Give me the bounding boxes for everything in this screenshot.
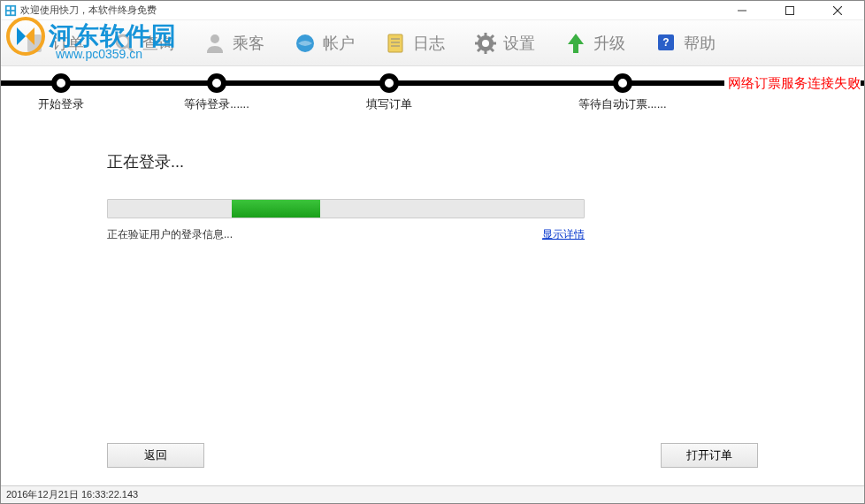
show-details-link[interactable]: 显示详情: [542, 227, 585, 242]
toolbar-label: 帮助: [684, 33, 716, 54]
toolbar-label: 升级: [593, 33, 625, 54]
progress-fill: [232, 200, 320, 218]
main-content: 正在登录... 正在验证用户的登录信息... 显示详情: [1, 116, 864, 242]
step-label-2: 等待登录......: [184, 96, 249, 112]
close-button[interactable]: [822, 3, 854, 19]
progress-steps: 开始登录 等待登录...... 填写订单 等待自动订票...... 网络订票服务…: [1, 73, 864, 116]
svg-line-22: [478, 35, 480, 38]
statusbar-timestamp: 2016年12月21日 16:33:22.143: [6, 488, 138, 501]
minimize-button[interactable]: [726, 3, 758, 19]
toolbar-label: 设置: [503, 33, 535, 54]
login-progress-bar: [107, 199, 585, 218]
svg-text:?: ?: [662, 36, 669, 49]
statusbar: 2016年12月21日 16:33:22.143: [1, 485, 864, 503]
toolbar-label: 乘客: [233, 33, 264, 54]
window-title: 欢迎使用快刀，本软件终身免费: [20, 4, 726, 17]
step-label-3: 填写订单: [366, 96, 412, 112]
person-icon: [203, 31, 227, 56]
ie-icon: [293, 31, 318, 56]
toolbar-search[interactable]: 查询: [100, 26, 187, 61]
svg-point-17: [482, 40, 489, 47]
toolbar-label: 帐户: [323, 33, 355, 54]
svg-line-9: [127, 46, 133, 51]
orders-icon: [22, 31, 47, 56]
toolbar-settings[interactable]: 设置: [461, 26, 547, 61]
step-node-4: [613, 73, 632, 93]
step-node-3: [379, 73, 399, 93]
back-button[interactable]: 返回: [107, 443, 204, 468]
search-icon: [112, 31, 137, 56]
svg-rect-4: [786, 6, 794, 14]
svg-line-25: [478, 49, 480, 51]
window-controls: [726, 3, 861, 19]
toolbar-help[interactable]: ? 帮助: [641, 26, 728, 61]
gear-icon: [473, 31, 498, 56]
bottom-buttons: 返回 打开订单: [1, 443, 864, 468]
toolbar-orders[interactable]: 订单: [10, 26, 96, 61]
toolbar-logs[interactable]: 日志: [371, 26, 457, 61]
login-title: 正在登录...: [107, 151, 758, 172]
toolbar-upgrade[interactable]: 升级: [551, 26, 638, 61]
log-icon: [383, 31, 408, 56]
app-icon: [4, 4, 17, 17]
step-node-2: [207, 73, 226, 93]
toolbar-label: 订单: [52, 33, 84, 54]
step-label-4: 等待自动订票......: [578, 96, 667, 112]
svg-line-23: [491, 49, 494, 51]
verify-status-text: 正在验证用户的登录信息...: [107, 227, 233, 242]
svg-rect-12: [388, 34, 402, 52]
toolbar-account[interactable]: 帐户: [280, 26, 367, 61]
open-order-button[interactable]: 打开订单: [661, 443, 758, 468]
svg-line-24: [491, 35, 494, 38]
step-label-1: 开始登录: [38, 96, 84, 112]
svg-point-10: [211, 34, 219, 43]
toolbar-passengers[interactable]: 乘客: [190, 26, 277, 61]
help-icon: ?: [654, 31, 678, 56]
upgrade-icon: [563, 31, 588, 56]
step-node-1: [51, 73, 71, 93]
network-error-status: 网络订票服务连接失败: [724, 75, 861, 92]
maximize-button[interactable]: [774, 3, 806, 19]
toolbar-label: 查询: [142, 33, 174, 54]
svg-point-8: [117, 35, 129, 48]
toolbar: 订单 查询 乘客 帐户 日志 设置 升级 ? 帮助: [1, 20, 864, 66]
titlebar: 欢迎使用快刀，本软件终身免费: [1, 1, 864, 20]
svg-rect-7: [27, 34, 42, 52]
toolbar-label: 日志: [413, 33, 445, 54]
